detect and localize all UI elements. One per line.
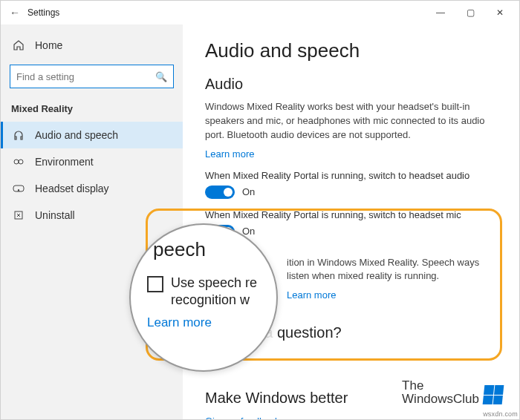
sidebar-item-label: Uninstall [35,209,75,221]
page-title: Audio and speech [205,39,497,62]
sidebar-home[interactable]: Home [1,33,183,57]
search-field[interactable] [16,71,155,82]
sidebar-item-label: Environment [35,156,94,168]
audio-learn-more-link[interactable]: Learn more [205,148,254,160]
speech-recognition-label: Use speech re recognition w [171,275,263,309]
toggle-headset-audio[interactable] [205,186,235,199]
uninstall-icon [11,209,26,221]
back-icon[interactable]: ← [10,7,20,19]
minimize-button[interactable]: — [426,7,455,18]
sidebar-category: Mixed Reality [1,99,183,122]
magnifier-overlay: peech Use speech re recognition w Learn … [129,223,278,372]
sidebar-item-label: Audio and speech [35,129,118,141]
sidebar-item-headset-display[interactable]: Headset display [1,175,183,202]
audio-heading: Audio [205,76,497,93]
sidebar-item-uninstall[interactable]: Uninstall [1,202,183,229]
svg-point-1 [19,160,23,164]
sidebar-home-label: Home [35,39,62,51]
magnifier-learn-more-link[interactable]: Learn more [147,315,263,330]
search-input[interactable]: 🔍 [10,65,174,88]
toggle1-state: On [242,186,255,197]
sidebar: Home 🔍 Mixed Reality Audio and speech En… [1,24,183,419]
svg-point-0 [14,160,19,164]
window-title: Settings [27,7,59,18]
headphones-icon [11,129,26,141]
source-tag: wsxdn.com [483,410,518,418]
magnifier-heading: peech [153,238,263,261]
headset-icon [11,183,26,194]
audio-description: Windows Mixed Reality works best with yo… [205,100,487,142]
speech-learn-more-link[interactable]: Learn more [287,289,336,301]
speech-description-tail: ition in Windows Mixed Reality. Speech w… [287,256,497,284]
feedback-link[interactable]: Give us feedback [205,416,279,419]
maximize-button[interactable]: ▢ [455,7,485,18]
speech-recognition-checkbox[interactable] [147,276,163,292]
sidebar-item-audio-speech[interactable]: Audio and speech [1,122,183,148]
search-icon: 🔍 [155,71,167,82]
close-button[interactable]: ✕ [485,7,515,18]
toggle2-label: When Mixed Reality Portal is running, sw… [205,209,497,220]
windows-icon [483,385,504,404]
sidebar-item-environment[interactable]: Environment [1,148,183,175]
environment-icon [11,156,26,168]
windowsclub-logo: The WindowsClub [402,379,503,406]
home-icon [11,39,26,51]
sidebar-item-label: Headset display [35,183,109,194]
toggle1-label: When Mixed Reality Portal is running, sw… [205,170,497,181]
